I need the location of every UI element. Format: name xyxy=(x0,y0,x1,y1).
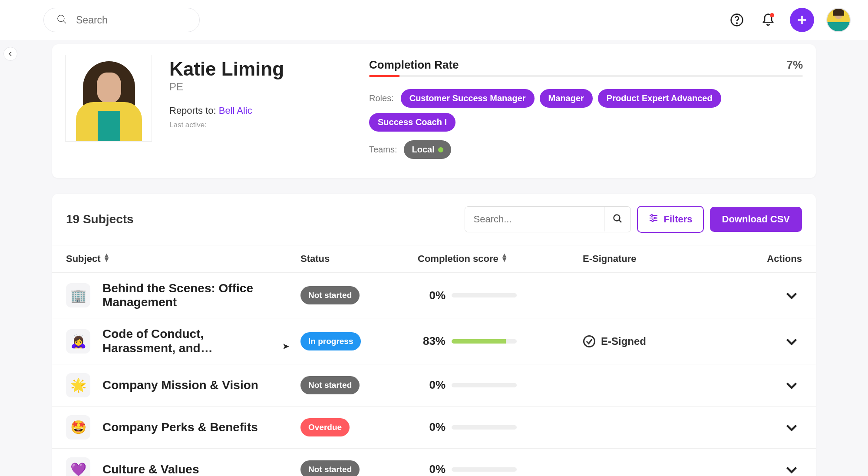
sliders-icon xyxy=(648,213,659,226)
col-subject[interactable]: Subject▲▼ xyxy=(66,253,300,264)
col-esig: E-Signature xyxy=(583,253,735,264)
notification-dot-icon xyxy=(770,13,774,17)
search-icon xyxy=(56,13,67,26)
download-csv-button[interactable]: Download CSV xyxy=(710,207,802,232)
profile-card: Katie Liming PE Reports to: Bell Alic La… xyxy=(52,44,816,178)
subjects-search-button[interactable] xyxy=(604,207,630,231)
expand-row-button[interactable] xyxy=(781,375,802,396)
top-bar xyxy=(0,0,868,40)
team-status-dot-icon xyxy=(438,147,443,152)
subject-title[interactable]: Company Mission & Vision xyxy=(102,378,258,392)
completion-rate-label: Completion Rate xyxy=(369,58,459,72)
subject-title[interactable]: Behind the Scenes: Office Management xyxy=(102,281,267,309)
filters-button[interactable]: Filters xyxy=(637,206,704,233)
table-row: 💜Culture & ValuesNot started0% xyxy=(52,448,816,476)
completion-score: 0% xyxy=(418,463,583,476)
svg-point-11 xyxy=(651,215,653,216)
filters-label: Filters xyxy=(664,214,693,225)
expand-row-button[interactable] xyxy=(781,331,802,352)
subject-title[interactable]: Culture & Values xyxy=(102,463,199,476)
status-badge: Not started xyxy=(300,376,360,394)
role-pill[interactable]: Manager xyxy=(540,89,593,108)
table-row: 🌟Company Mission & VisionNot started0% xyxy=(52,364,816,406)
reports-to-label: Reports to: xyxy=(169,105,219,116)
completion-score: 0% xyxy=(418,289,583,302)
subject-icon: 🙇‍♀️ xyxy=(66,329,90,354)
col-status: Status xyxy=(300,253,418,264)
status-badge: In progress xyxy=(300,332,361,350)
svg-point-14 xyxy=(584,336,595,347)
role-pill[interactable]: Product Expert Advanced xyxy=(598,89,721,108)
reports-to-link[interactable]: Bell Alic xyxy=(219,105,252,116)
subjects-count: 19 Subjects xyxy=(66,212,465,226)
user-avatar[interactable] xyxy=(826,8,851,32)
help-button[interactable] xyxy=(727,10,746,30)
reports-to: Reports to: Bell Alic xyxy=(169,105,352,116)
col-score[interactable]: Completion score▲▼ xyxy=(418,253,583,264)
subjects-search[interactable] xyxy=(465,206,631,232)
team-pill[interactable]: Local xyxy=(404,140,451,159)
status-badge: Not started xyxy=(300,460,360,476)
role-pill[interactable]: Success Coach I xyxy=(369,113,455,132)
expand-row-button[interactable] xyxy=(781,417,802,438)
status-badge: Not started xyxy=(300,286,360,304)
notifications-button[interactable] xyxy=(759,10,778,30)
expand-row-button[interactable] xyxy=(781,285,802,306)
profile-photo xyxy=(65,55,152,142)
roles-label: Roles: xyxy=(369,93,394,103)
sort-icon: ▲▼ xyxy=(501,253,508,261)
svg-point-6 xyxy=(614,215,620,221)
expand-row-button[interactable] xyxy=(781,459,802,476)
subject-icon: 💜 xyxy=(66,457,90,476)
subjects-card: 19 Subjects Filters Download CSV Subject… xyxy=(52,194,816,476)
global-search-input[interactable] xyxy=(76,14,204,26)
esignature-cell: E-Signed xyxy=(583,335,735,348)
col-actions: Actions xyxy=(735,253,802,264)
global-search[interactable] xyxy=(43,8,200,32)
completion-rate-bar xyxy=(369,75,803,77)
table-row: 🤩Company Perks & BenefitsOverdue0% xyxy=(52,406,816,448)
last-active-label: Last active: xyxy=(169,121,352,129)
add-button[interactable] xyxy=(790,8,814,32)
subject-icon: 🏢 xyxy=(66,283,90,307)
completion-score: 0% xyxy=(418,420,583,434)
svg-point-3 xyxy=(736,23,737,24)
back-button[interactable] xyxy=(3,47,17,61)
subjects-search-input[interactable] xyxy=(465,207,604,232)
completion-rate-value: 7% xyxy=(786,58,803,72)
completion-score: 0% xyxy=(418,378,583,392)
subject-icon: 🤩 xyxy=(66,415,90,440)
profile-name: Katie Liming xyxy=(169,58,352,80)
svg-point-13 xyxy=(652,220,653,221)
subject-title[interactable]: Company Perks & Benefits xyxy=(102,420,258,434)
subject-title[interactable]: Code of Conduct, Harassment, and… xyxy=(102,327,267,355)
status-badge: Overdue xyxy=(300,418,350,436)
table-header: Subject▲▼ Status Completion score▲▼ E-Si… xyxy=(52,245,816,272)
svg-point-0 xyxy=(58,15,64,22)
completion-score: 83% xyxy=(418,334,583,348)
roles-row: Roles: Customer Success ManagerManagerPr… xyxy=(369,89,803,132)
svg-line-7 xyxy=(619,220,621,222)
table-row: 🙇‍♀️Code of Conduct, Harassment, and…In … xyxy=(52,318,816,364)
svg-line-1 xyxy=(63,21,66,23)
role-pill[interactable]: Customer Success Manager xyxy=(401,89,535,108)
subject-icon: 🌟 xyxy=(66,373,90,397)
teams-label: Teams: xyxy=(369,145,397,155)
sort-icon: ▲▼ xyxy=(103,253,110,261)
svg-point-12 xyxy=(654,217,656,219)
table-row: 🏢Behind the Scenes: Office ManagementNot… xyxy=(52,272,816,318)
teams-row: Teams: Local xyxy=(369,140,803,159)
profile-subtitle: PE xyxy=(169,81,352,93)
